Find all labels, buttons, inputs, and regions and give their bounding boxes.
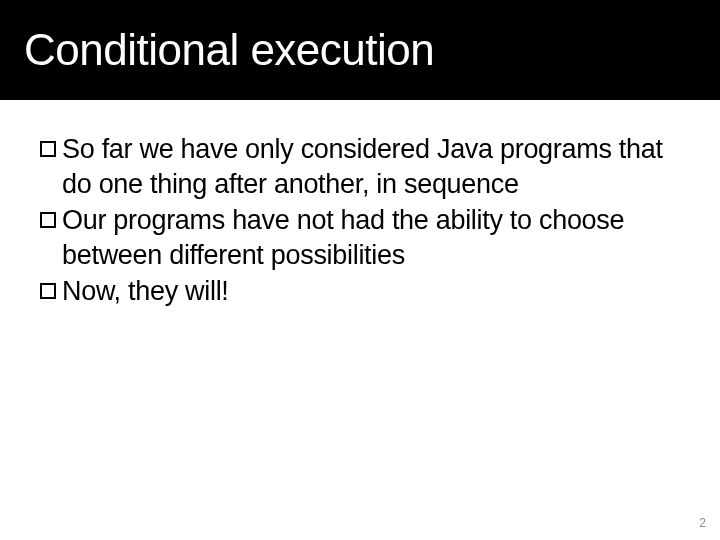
bullet-text: Our programs have not had the ability to…	[62, 203, 680, 272]
list-item: Our programs have not had the ability to…	[40, 203, 680, 272]
slide-body: So far we have only considered Java prog…	[0, 100, 720, 309]
page-number: 2	[699, 516, 706, 530]
square-bullet-icon	[40, 212, 56, 228]
bullet-text: Now, they will!	[62, 274, 680, 309]
list-item: Now, they will!	[40, 274, 680, 309]
code-term: Java	[437, 134, 493, 164]
slide-title: Conditional execution	[24, 25, 434, 75]
list-item: So far we have only considered Java prog…	[40, 132, 680, 201]
title-band: Conditional execution	[0, 0, 720, 100]
square-bullet-icon	[40, 141, 56, 157]
square-bullet-icon	[40, 283, 56, 299]
bullet-text: So far we have only considered Java prog…	[62, 132, 680, 201]
